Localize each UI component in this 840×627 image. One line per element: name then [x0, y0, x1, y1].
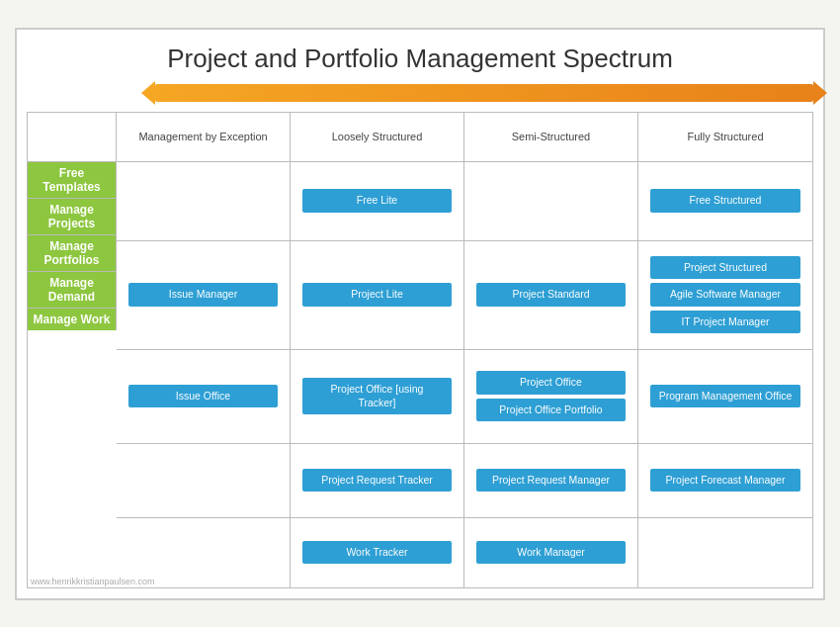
- col-header-3: Fully Structured: [638, 113, 812, 161]
- watermark: www.henrikkristianpaulsen.com: [31, 577, 155, 586]
- grid-cell-3-1: Project Request Tracker: [291, 444, 464, 517]
- arrow-wrapper: [27, 78, 813, 108]
- row-label-4: Manage Work: [28, 309, 117, 330]
- row-label-0: Free Templates: [28, 162, 117, 199]
- col-header-2: Semi-Structured: [464, 113, 638, 161]
- grid-cell-0-2: [464, 162, 638, 240]
- btn-1-3-1[interactable]: Agile Software Manager: [650, 283, 799, 307]
- col-headers: Management by ExceptionLoosely Structure…: [117, 113, 812, 162]
- btn-2-1-0[interactable]: Project Office [using Tracker]: [302, 378, 451, 414]
- btn-1-1-0[interactable]: Project Lite: [302, 283, 451, 307]
- btn-3-1-0[interactable]: Project Request Tracker: [302, 469, 451, 493]
- row-label-3: Manage Demand: [28, 272, 117, 309]
- btn-2-0-0[interactable]: Issue Office: [128, 385, 277, 408]
- grid-cell-3-3: Project Forecast Manager: [638, 444, 812, 517]
- grid-cell-4-1: Work Tracker: [291, 518, 464, 587]
- btn-1-0-0[interactable]: Issue Manager: [128, 283, 277, 307]
- btn-4-1-0[interactable]: Work Tracker: [302, 541, 451, 565]
- row-label-1: Manage Projects: [28, 199, 117, 235]
- grid-cell-1-2: Project Standard: [464, 241, 638, 349]
- grid-cell-2-2: Project OfficeProject Office Portfolio: [464, 350, 638, 443]
- btn-3-3-0[interactable]: Project Forecast Manager: [650, 469, 799, 493]
- spectrum-arrow: [155, 84, 813, 102]
- grid-cell-0-1: Free Lite: [291, 162, 464, 240]
- btn-0-1-0[interactable]: Free Lite: [302, 189, 451, 213]
- grid-cell-2-1: Project Office [using Tracker]: [291, 350, 464, 443]
- main-container: Project and Portfolio Management Spectru…: [15, 28, 825, 600]
- btn-2-2-0[interactable]: Project Office: [476, 371, 625, 395]
- btn-1-3-2[interactable]: IT Project Manager: [650, 311, 799, 334]
- grid-cell-1-1: Project Lite: [291, 241, 464, 349]
- chart-title: Project and Portfolio Management Spectru…: [27, 40, 813, 74]
- grid-cell-0-3: Free Structured: [638, 162, 812, 240]
- grid-cell-3-0: [117, 444, 291, 517]
- grid-cell-2-3: Program Management Office: [638, 350, 812, 443]
- grid-content: Management by ExceptionLoosely Structure…: [117, 113, 812, 587]
- btn-0-3-0[interactable]: Free Structured: [650, 189, 799, 213]
- row-label-header: [28, 113, 117, 162]
- grid-cell-2-0: Issue Office: [117, 350, 291, 443]
- grid-row-2: Issue OfficeProject Office [using Tracke…: [117, 350, 812, 444]
- grid-cell-0-0: [117, 162, 291, 240]
- col-header-1: Loosely Structured: [291, 113, 464, 161]
- grid-cell-4-3: [638, 518, 812, 587]
- col-header-0: Management by Exception: [117, 113, 291, 161]
- btn-1-2-0[interactable]: Project Standard: [476, 283, 625, 307]
- grid-row-4: Work TrackerWork Manager: [117, 518, 812, 587]
- grid-cell-1-3: Project StructuredAgile Software Manager…: [638, 241, 812, 349]
- grid-row-0: Free LiteFree Structured: [117, 162, 812, 241]
- btn-4-2-0[interactable]: Work Manager: [476, 541, 625, 565]
- btn-1-3-0[interactable]: Project Structured: [650, 256, 799, 280]
- row-labels: Free TemplatesManage ProjectsManage Port…: [28, 113, 117, 587]
- btn-2-3-0[interactable]: Program Management Office: [650, 385, 799, 408]
- grid-row-1: Issue ManagerProject LiteProject Standar…: [117, 241, 812, 350]
- grid-cell-1-0: Issue Manager: [117, 241, 291, 349]
- grid-wrapper: Free TemplatesManage ProjectsManage Port…: [27, 112, 813, 588]
- row-label-2: Manage Portfolios: [28, 235, 117, 272]
- grid-cell-4-2: Work Manager: [464, 518, 638, 587]
- grid-row-3: Project Request TrackerProject Request M…: [117, 444, 812, 518]
- btn-3-2-0[interactable]: Project Request Manager: [476, 469, 625, 493]
- btn-2-2-1[interactable]: Project Office Portfolio: [476, 399, 625, 422]
- grid-cell-3-2: Project Request Manager: [464, 444, 638, 517]
